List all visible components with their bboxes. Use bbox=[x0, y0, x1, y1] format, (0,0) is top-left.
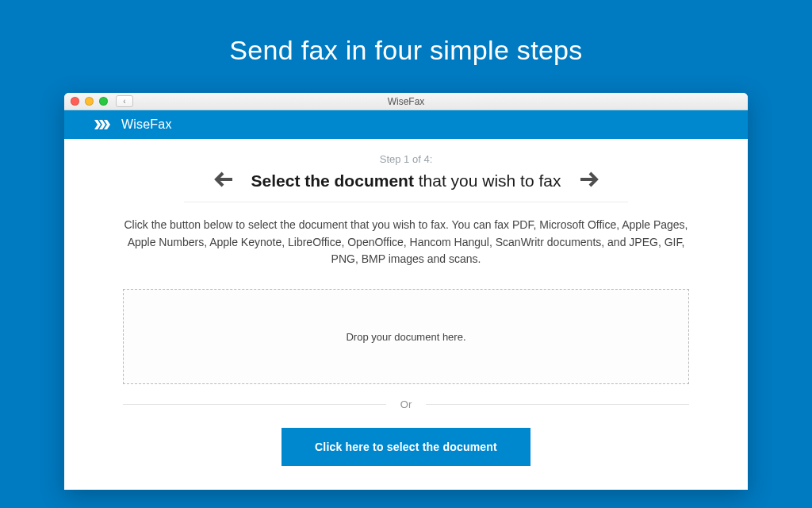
or-label: Or bbox=[386, 398, 426, 410]
step-indicator: Step 1 of 4: bbox=[112, 153, 700, 165]
main-content: Step 1 of 4: Select the document that yo… bbox=[64, 139, 748, 490]
window-title: WiseFax bbox=[64, 96, 748, 107]
brand-name: WiseFax bbox=[121, 117, 172, 132]
or-separator: Or bbox=[123, 398, 689, 410]
step-heading-bold: Select the document bbox=[251, 171, 414, 190]
dropzone-label: Drop your document here. bbox=[346, 331, 465, 343]
step-heading: Select the document that you wish to fax bbox=[251, 171, 561, 190]
banner-title: Send fax in four simple steps bbox=[0, 0, 812, 93]
brand-logo-icon bbox=[94, 118, 115, 131]
select-document-button[interactable]: Click here to select the document bbox=[282, 428, 530, 466]
step-heading-rest: that you wish to fax bbox=[414, 171, 561, 190]
dropzone[interactable]: Drop your document here. bbox=[123, 289, 689, 384]
arrow-left-icon[interactable] bbox=[213, 170, 234, 192]
app-header: WiseFax bbox=[64, 110, 748, 139]
step-heading-row: Select the document that you wish to fax bbox=[184, 170, 628, 202]
titlebar: ‹ WiseFax bbox=[64, 93, 748, 110]
arrow-right-icon[interactable] bbox=[579, 170, 599, 192]
instructions-text: Click the button below to select the doc… bbox=[121, 217, 691, 268]
app-window: ‹ WiseFax WiseFax Step 1 of 4: Select th… bbox=[64, 93, 748, 490]
brand: WiseFax bbox=[94, 117, 172, 132]
